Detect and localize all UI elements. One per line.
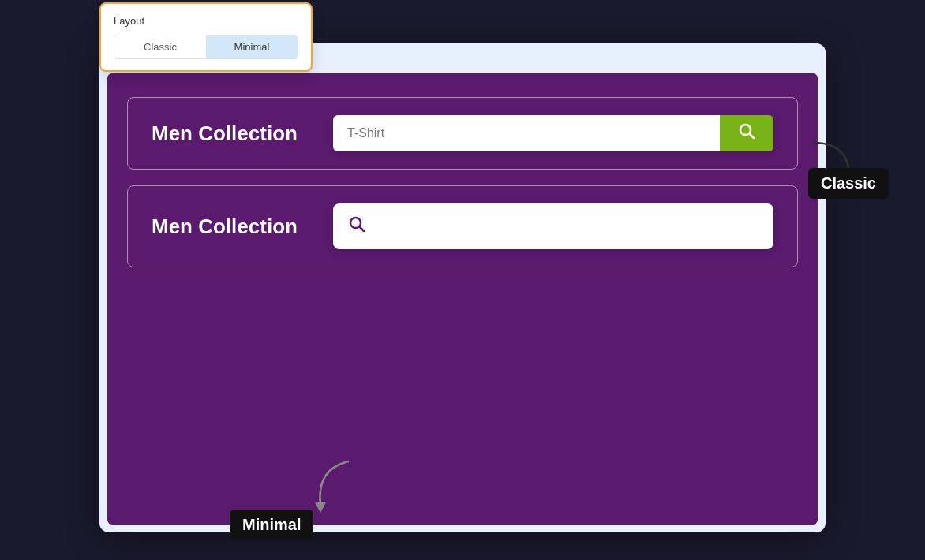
minimal-search-bar[interactable] <box>333 203 773 249</box>
layout-popup-title: Layout <box>114 15 298 27</box>
minimal-arrow <box>301 454 364 517</box>
minimal-toggle-button[interactable]: Minimal <box>206 35 298 58</box>
classic-search-card: Men Collection <box>127 97 798 170</box>
minimal-card-title: Men Collection <box>152 215 309 239</box>
browser-content: Layout Classic Minimal Men Collection <box>107 73 818 525</box>
classic-search-bar <box>333 115 773 151</box>
svg-marker-5 <box>315 502 326 513</box>
search-icon <box>737 121 756 145</box>
search-icon <box>347 215 366 238</box>
svg-line-1 <box>750 134 755 139</box>
classic-card-title: Men Collection <box>152 121 309 146</box>
classic-toggle-button[interactable]: Classic <box>114 35 206 58</box>
classic-label: Classic <box>808 168 889 199</box>
layout-toggle: Classic Minimal <box>114 35 298 59</box>
classic-search-input[interactable] <box>333 115 720 151</box>
minimal-label: Minimal <box>230 510 313 540</box>
layout-popup: Layout Classic Minimal <box>99 2 313 72</box>
browser-window: Layout Classic Minimal Men Collection <box>99 43 826 532</box>
svg-line-3 <box>360 227 365 232</box>
minimal-search-card: Men Collection <box>127 185 798 267</box>
classic-search-button[interactable] <box>720 115 773 151</box>
